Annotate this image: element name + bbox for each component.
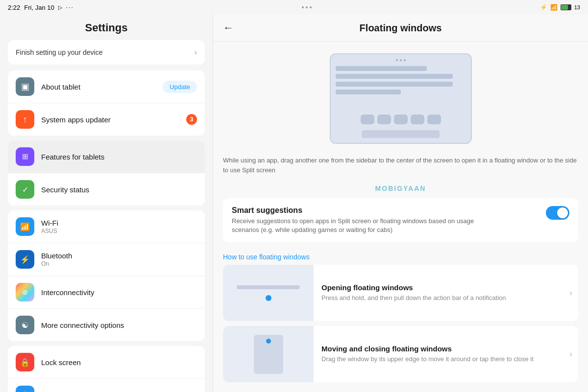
how-to-moving-content: Moving and closing floating windows Drag… <box>314 337 569 371</box>
system-apps-text: System apps updater <box>41 115 186 124</box>
detail-header: ← Floating windows <box>213 15 588 42</box>
bluetooth-subtitle: On <box>41 260 197 267</box>
features-tablets-text: Features for tablets <box>41 153 197 161</box>
thumb-rect-dot <box>266 339 271 344</box>
how-to-title: How to use floating windows <box>223 247 578 265</box>
settings-item-security[interactable]: ✓ Security status <box>8 173 205 206</box>
how-to-opening-chevron: › <box>569 288 572 298</box>
tablet-icon-symbol: ▣ <box>21 81 29 92</box>
tablet-illustration <box>330 53 472 144</box>
finish-setup-card[interactable]: Finish setting up your device › <box>8 40 205 65</box>
smart-suggestions-description: Receive suggestions to open apps in Spli… <box>232 217 496 234</box>
update-button[interactable]: Update <box>163 81 197 93</box>
battery-fill <box>561 5 568 10</box>
how-to-moving-title: Moving and closing floating windows <box>321 345 562 353</box>
settings-item-features-tablets[interactable]: ⊞ Features for tablets <box>8 140 205 173</box>
watermark-text: MOBIGYAAN <box>223 183 578 198</box>
bluetooth-icon: ⚡ <box>16 250 34 269</box>
center-dot <box>302 6 304 8</box>
wifi-icon: 📶 <box>16 217 34 236</box>
smart-suggestions-title: Smart suggestions <box>232 206 496 215</box>
security-title: Security status <box>41 185 197 194</box>
status-right: ⚡ 📶 13 <box>540 4 580 11</box>
settings-group-2: ⊞ Features for tablets ✓ Security status <box>8 140 205 206</box>
illustration-description: While using an app, drag another one fro… <box>223 152 578 183</box>
status-date: Fri, Jan 10 <box>24 4 54 11</box>
wifi-status-icon: 📶 <box>550 4 558 11</box>
settings-group-1: ▣ About tablet Update ↑ System apps upda… <box>8 70 205 136</box>
illustration-line-4 <box>336 90 401 94</box>
illustration-container <box>223 42 578 152</box>
settings-title: Settings <box>0 15 213 40</box>
bell-icon-symbol: 🔔 <box>20 391 30 392</box>
about-tablet-title: About tablet <box>41 83 163 91</box>
settings-item-interconnectivity[interactable]: ⊛ Interconnectivity <box>8 276 205 309</box>
more-connectivity-icon: ☯ <box>16 316 34 334</box>
settings-item-lock-screen[interactable]: 🔒 Lock screen <box>8 346 205 379</box>
tab-dot-2 <box>400 59 402 61</box>
more-connectivity-title: More connectivity options <box>41 321 197 329</box>
detail-panel-title: Floating windows <box>240 23 562 34</box>
back-button[interactable]: ← <box>223 22 234 34</box>
taskbar-dot-4 <box>411 115 424 124</box>
settings-item-more-connectivity[interactable]: ☯ More connectivity options <box>8 309 205 341</box>
play-icon: ▷ <box>58 4 62 11</box>
center-dot3 <box>310 6 312 8</box>
status-bar: 2:22 Fri, Jan 10 ▷ ··· ⚡ 📶 13 <box>0 0 588 15</box>
settings-item-system-apps[interactable]: ↑ System apps updater 3 <box>8 103 205 136</box>
about-tablet-icon: ▣ <box>16 77 34 96</box>
settings-item-notifications[interactable]: 🔔 Notifications & status bar <box>8 379 205 392</box>
settings-group-4: 🔒 Lock screen 🔔 Notifications & status b… <box>8 346 205 392</box>
more-connectivity-text: More connectivity options <box>41 321 197 329</box>
battery-percent: 13 <box>574 4 580 10</box>
interconnectivity-title: Interconnectivity <box>41 288 197 297</box>
settings-item-bluetooth[interactable]: ⚡ Bluetooth On <box>8 243 205 276</box>
illustration-dots <box>336 59 466 61</box>
how-to-moving-card[interactable]: Moving and closing floating windows Drag… <box>223 326 578 382</box>
illustration-line-3 <box>336 82 453 87</box>
taskbar-dot-1 <box>361 115 374 124</box>
wifi-icon-symbol: 📶 <box>20 222 30 231</box>
about-tablet-text: About tablet <box>41 83 163 91</box>
lock-screen-text: Lock screen <box>41 358 197 367</box>
detail-body: While using an app, drag another one fro… <box>213 42 588 392</box>
system-apps-badge: 3 <box>186 114 197 125</box>
finish-setup-label: Finish setting up your device <box>16 48 102 56</box>
wifi-text: Wi-Fi ASUS <box>41 219 197 234</box>
thumb-bar <box>237 285 300 289</box>
thumb-dot <box>266 295 271 301</box>
security-text: Security status <box>41 185 197 194</box>
smart-suggestions-toggle[interactable] <box>546 206 569 220</box>
settings-item-wifi[interactable]: 📶 Wi-Fi ASUS <box>8 210 205 243</box>
tab-dot-1 <box>396 59 398 61</box>
interconnectivity-text: Interconnectivity <box>41 288 197 297</box>
how-to-opening-card[interactable]: Opening floating windows Press and hold,… <box>223 265 578 321</box>
features-tablets-icon: ⊞ <box>16 147 34 166</box>
taskbar-dot-5 <box>427 115 441 124</box>
how-to-opening-thumb <box>223 265 314 321</box>
smart-suggestions-content: Smart suggestions Receive suggestions to… <box>232 206 496 234</box>
illustration-line-2 <box>336 74 453 79</box>
system-apps-icon: ↑ <box>16 110 34 129</box>
bluetooth-text: Bluetooth On <box>41 252 197 267</box>
center-dot2 <box>306 6 308 8</box>
status-left: 2:22 Fri, Jan 10 ▷ ··· <box>8 4 74 11</box>
status-time: 2:22 <box>8 4 20 11</box>
wifi-subtitle: ASUS <box>41 228 197 234</box>
notifications-icon: 🔔 <box>16 386 34 392</box>
lock-screen-icon: 🔒 <box>16 353 34 371</box>
more-dots-left[interactable]: ··· <box>66 4 74 11</box>
tab-dot-3 <box>404 59 406 61</box>
how-to-moving-thumb <box>223 326 314 382</box>
interconnectivity-icon: ⊛ <box>16 283 34 301</box>
settings-item-about-tablet[interactable]: ▣ About tablet Update <box>8 70 205 103</box>
how-to-moving-chevron: › <box>569 349 572 359</box>
system-apps-title: System apps updater <box>41 115 186 124</box>
lock-screen-title: Lock screen <box>41 358 197 367</box>
detail-panel: ← Floating windows <box>213 15 588 392</box>
smart-suggestions-card: Smart suggestions Receive suggestions to… <box>223 198 578 242</box>
more-connectivity-icon-symbol: ☯ <box>22 321 28 330</box>
smart-suggestions-row: Smart suggestions Receive suggestions to… <box>232 206 569 234</box>
how-to-moving-desc: Drag the window by its upper edge to mov… <box>321 355 562 364</box>
wifi-title: Wi-Fi <box>41 219 197 227</box>
